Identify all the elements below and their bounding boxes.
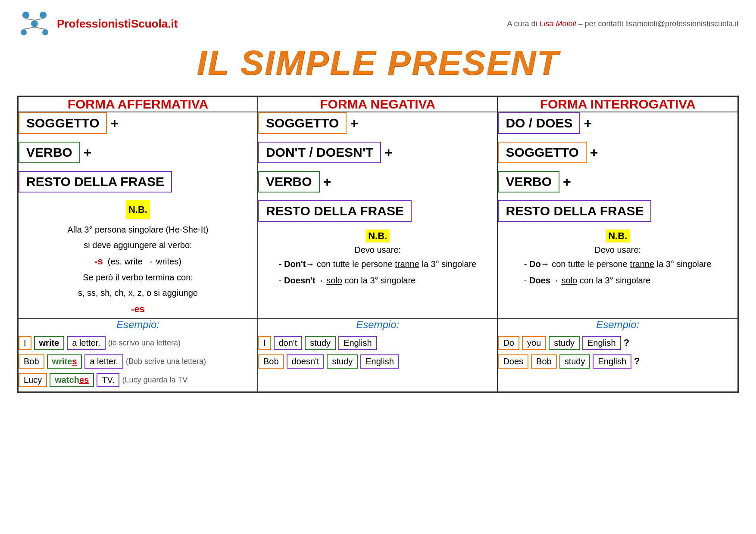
neg-ex1-dont: don't [274,336,303,350]
aff-ex1-trans: (io scrivo una lettera) [108,338,181,348]
aff-ex1-write: write [34,336,65,350]
neg-nb-title: Devo usare: [258,245,497,255]
col3-header: FORMA INTERROGATIVA [497,96,738,112]
col2-header: FORMA NEGATIVA [258,96,497,112]
aff-ex3-lucy: Lucy [19,373,47,387]
svg-line-8 [34,27,45,29]
int-ex1-question: ? [624,337,629,348]
aff-plus2: + [84,145,92,161]
aff-ex2-letter: a letter. [84,354,123,369]
neg-row3: VERBO + [258,171,497,192]
nb-label-aff: N.B. [126,200,150,219]
aff-ex1-letter: a letter. [67,336,106,350]
aff-ex3-tv: TV. [97,373,119,387]
aff-ex2-writes: writes [47,354,82,369]
aff-row2: VERBO + [19,142,257,163]
neg-ex2-study: study [327,354,358,369]
neg-nb-item2: Doesn't→ solo con la 3° singolare [279,273,477,288]
neg-ex1-english: English [338,336,377,350]
page-title: IL SIMPLE PRESENT [17,43,739,83]
aff-resto-box: RESTO DELLA FRASE [19,171,172,192]
aff-nb-line3: Se però il verbo termina con: [19,270,257,285]
attribution: A cura di Lisa Moioli – per contatti lis… [507,19,739,28]
neg-plus3: + [323,174,331,190]
int-plus2: + [590,145,598,161]
int-verbo-box: VERBO [498,171,559,192]
nb-label-int: N.B. [606,230,630,242]
int-plus1: + [584,115,592,131]
svg-point-0 [22,12,29,19]
int-ex2-study: study [559,354,590,369]
neg-row4: RESTO DELLA FRASE [258,200,497,222]
int-ex1-you: you [522,336,546,350]
int-row2: SOGGETTO + [498,142,737,163]
neg-plus1: + [350,115,358,131]
neg-formula-cell: SOGGETTO + DON'T / DOESN'T + VERBO + RES… [258,112,497,318]
aff-plus1: + [110,115,119,131]
int-row3: VERBO + [498,171,737,192]
int-ex2-does: Does [498,354,528,369]
aff-ex2-trans: (Bob scrive una lettera) [126,357,206,366]
int-ex2-english: English [593,354,631,369]
svg-line-6 [34,19,43,20]
aff-formula-cell: SOGGETTO + VERBO + RESTO DELLA FRASE N.B… [18,112,258,318]
neg-resto-box: RESTO DELLA FRASE [258,200,412,222]
neg-esempio-label: Esempio: [258,319,497,331]
aff-nb-es2: -es [19,301,257,318]
int-ex2-bob: Bob [531,354,557,369]
neg-row2: DON'T / DOESN'T + [258,142,497,163]
aff-row3: RESTO DELLA FRASE [19,171,257,192]
aff-row1: SOGGETTO + [19,112,257,134]
int-ex1-english: English [582,336,621,350]
int-row1: DO / DOES + [498,112,737,134]
neg-ex2: Bob doesn't study English [258,354,497,369]
examples-row: Esempio: I write a letter. (io scrivo un… [18,318,738,392]
aff-ex1-I: I [19,336,31,350]
logo-icon [17,9,52,39]
aff-nb-line1: Alla 3° persona singolare (He-She-It) [19,222,257,237]
aff-nb-line4: s, ss, sh, ch, x, z, o si aggiunge [19,285,257,301]
int-nb-item2: Does→ solo con la 3° singolare [524,273,712,288]
int-nb-title: Devo usare: [498,245,737,255]
svg-point-3 [21,29,27,35]
neg-ex1: I don't study English [258,336,497,350]
header: ProfessionistiScuola.it A cura di Lisa M… [17,9,739,39]
formula-row: SOGGETTO + VERBO + RESTO DELLA FRASE N.B… [18,112,738,318]
int-formula-cell: DO / DOES + SOGGETTO + VERBO + RESTO DEL… [497,112,738,318]
int-ex2-question: ? [634,356,640,367]
neg-nb: N.B. Devo usare: Don't→ con tutte le per… [258,230,497,289]
aff-soggetto-box: SOGGETTO [19,112,107,134]
int-ex2: Does Bob study English ? [498,354,737,369]
logo-text: ProfessionistiScuola.it [57,17,178,31]
svg-line-5 [26,19,34,20]
int-ex1-study: study [549,336,580,350]
main-table: FORMA AFFERMATIVA FORMA NEGATIVA FORMA I… [17,96,739,393]
int-soggetto-box: SOGGETTO [498,142,586,163]
aff-ex3-trans: (Lucy guarda la TV [122,376,187,385]
aff-nb: N.B. Alla 3° persona singolare (He-She-I… [19,200,257,318]
svg-line-7 [24,27,34,29]
aff-examples-cell: Esempio: I write a letter. (io scrivo un… [18,318,258,392]
neg-examples-cell: Esempio: I don't study English Bob doesn… [258,318,497,392]
int-esempio-label: Esempio: [498,319,737,331]
neg-ex2-doesnt: doesn't [287,354,325,369]
neg-plus2: + [384,145,393,161]
aff-ex3-watches: watches [50,373,94,387]
svg-point-4 [42,29,48,35]
aff-ex3: Lucy watches TV. (Lucy guarda la TV [19,373,257,387]
aff-esempio-label: Esempio: [19,319,257,331]
neg-soggetto-box: SOGGETTO [258,112,347,134]
neg-ex2-english: English [360,354,399,369]
neg-ex2-bob: Bob [258,354,284,369]
aff-ex2: Bob writes a letter. (Bob scrive una let… [19,354,257,369]
aff-verbo-box: VERBO [19,142,80,163]
svg-point-1 [40,12,47,19]
int-dodoes-box: DO / DOES [498,112,580,134]
svg-point-2 [31,20,38,27]
int-nb: N.B. Devo usare: Do→ con tutte le person… [498,230,737,289]
int-nb-item1: Do→ con tutte le persone tranne la 3° si… [524,257,712,271]
neg-ex1-I: I [258,336,271,350]
int-plus3: + [563,174,571,190]
int-ex1: Do you study English ? [498,336,737,350]
int-row4: RESTO DELLA FRASE [498,200,737,222]
